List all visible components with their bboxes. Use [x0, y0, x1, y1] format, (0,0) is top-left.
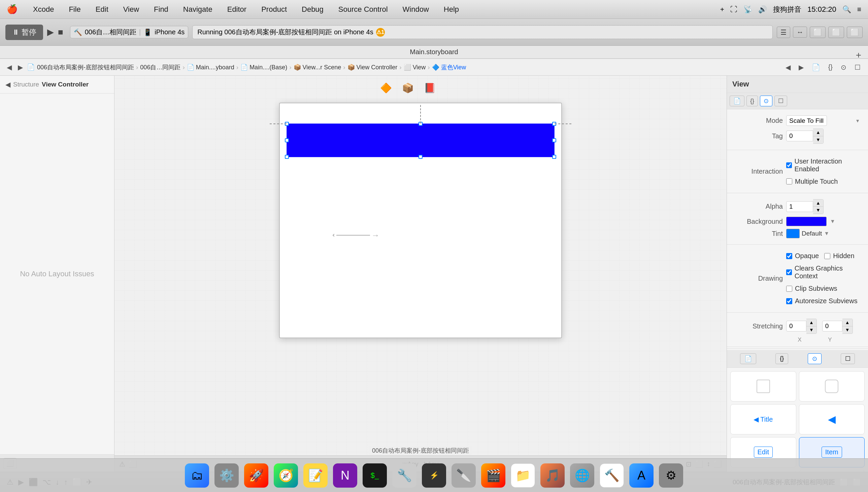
clip-subviews-row[interactable]: Clip Subviews [786, 285, 863, 292]
autoresize-subviews-checkbox[interactable] [786, 298, 792, 304]
fullscreen-icon[interactable]: ⛶ [730, 5, 738, 14]
dock-onenote[interactable]: N [333, 463, 357, 488]
handle-middle-left[interactable] [285, 138, 289, 142]
breadcrumb-storyboard[interactable]: 📄 Main....yboard [187, 64, 234, 71]
back-structure-button[interactable]: ◀ [5, 80, 10, 89]
handle-bottom-right[interactable] [552, 155, 556, 159]
breadcrumb-blue-view[interactable]: 🔷 蓝色View [432, 63, 466, 71]
pause-button[interactable]: ⏸ 暂停 [5, 25, 43, 40]
navigator-toggle[interactable]: ⬜ [810, 27, 825, 38]
blue-view[interactable] [287, 123, 555, 157]
user-interaction-row[interactable]: User Interaction Enabled [786, 157, 863, 173]
stretch-y-inc[interactable]: ▲ [842, 319, 852, 326]
dock-appstore[interactable]: A [629, 463, 653, 488]
dock-safari[interactable]: 🧭 [274, 463, 298, 488]
mode-select[interactable]: Scale To Fill Aspect Fit Aspect Fill [786, 116, 827, 126]
clears-graphics-checkbox[interactable] [786, 269, 792, 275]
stretch-x-inc[interactable]: ▲ [806, 319, 817, 326]
opaque-row[interactable]: Opaque [786, 252, 819, 260]
background-dropdown[interactable]: ▼ [830, 218, 835, 224]
breadcrumb-right-arrow[interactable]: ▶ [796, 63, 806, 72]
file-inspector-tab[interactable]: 📄 [730, 96, 744, 106]
add-tab-button[interactable]: + [856, 50, 861, 60]
autoresize-subviews-row[interactable]: Autoresize Subviews [786, 297, 863, 305]
search-icon[interactable]: 🔍 [842, 5, 851, 14]
obj-back-arrow[interactable]: ◀ [799, 404, 865, 435]
handle-bottom-center[interactable] [418, 155, 423, 159]
tag-decrement[interactable]: ▼ [813, 136, 823, 143]
stop-button[interactable]: ■ [58, 27, 63, 38]
obj-plain-view[interactable] [730, 371, 796, 401]
dock-system-prefs[interactable]: ⚙️ [215, 463, 239, 488]
breadcrumb-base[interactable]: 📄 Main....(Base) [240, 64, 287, 71]
stretch-x-dec[interactable]: ▼ [806, 326, 817, 334]
dock-filezilla[interactable]: 📁 [511, 463, 535, 488]
storyboard-canvas[interactable]: 🔶 📦 📕 ████ [115, 76, 727, 472]
breadcrumb-folder[interactable]: 006自…同间距 [140, 63, 180, 71]
menu-product[interactable]: Product [259, 4, 290, 15]
back-button[interactable]: ◀ [5, 63, 14, 72]
forward-button[interactable]: ▶ [16, 63, 25, 72]
editor-split-button[interactable]: ↔ [793, 27, 807, 38]
scheme-selector[interactable]: 🔨 006自…相同间距 | 📱 iPhone 4s [70, 26, 189, 39]
breadcrumb-scene[interactable]: 📦 View...r Scene [294, 64, 341, 71]
dock-tools[interactable]: 🔧 [392, 463, 416, 488]
hidden-checkbox[interactable] [824, 253, 830, 259]
alpha-decrement[interactable]: ▼ [813, 206, 823, 214]
handle-middle-right[interactable] [552, 138, 556, 142]
dock-launchpad[interactable]: 🚀 [244, 463, 268, 488]
obj-back-title[interactable]: ◀ Title [730, 404, 796, 435]
menu-source-control[interactable]: Source Control [336, 4, 391, 15]
dock-notes[interactable]: 📝 [304, 463, 328, 488]
menu-editor[interactable]: Editor [224, 4, 249, 15]
volume-icon[interactable]: 🔊 [758, 5, 767, 14]
dock-xcode-store[interactable]: 🔨 [600, 463, 624, 488]
run-button[interactable]: ▶ [47, 27, 54, 38]
editor-standard-button[interactable]: ☰ [777, 27, 790, 38]
menu-debug[interactable]: Debug [299, 4, 326, 15]
menu-xcode[interactable]: Xcode [30, 4, 56, 15]
menu-edit[interactable]: Edit [93, 4, 111, 15]
apple-menu-icon[interactable]: 🍎 [7, 4, 18, 15]
clears-graphics-row[interactable]: Clears Graphics Context [786, 265, 863, 280]
plus-icon[interactable]: + [720, 5, 724, 14]
json-inspector-btn[interactable]: {} [775, 353, 788, 364]
tag-increment[interactable]: ▲ [813, 129, 823, 136]
list-icon[interactable]: ≡ [857, 5, 861, 14]
debug-toggle[interactable]: ⬜ [828, 27, 844, 38]
opaque-checkbox[interactable] [786, 253, 792, 259]
breadcrumb-project[interactable]: 006自动布局案例-底部按钮相同间距 [37, 63, 134, 71]
tint-color-swatch[interactable] [786, 229, 800, 238]
alpha-increment[interactable]: ▲ [813, 200, 823, 207]
dock-photo[interactable]: 🎬 [481, 463, 505, 488]
obj-rounded-view[interactable] [799, 371, 865, 401]
quick-help-btn[interactable]: {} [825, 63, 835, 72]
breadcrumb-viewcontroller[interactable]: 📦 View Controller [347, 64, 397, 71]
user-interaction-checkbox[interactable] [786, 162, 792, 168]
tag-input[interactable] [786, 130, 813, 141]
inspector-toggle[interactable]: ⬜ [847, 27, 863, 38]
multiple-touch-row[interactable]: Multiple Touch [786, 178, 863, 186]
clip-subviews-checkbox[interactable] [786, 286, 792, 292]
dock-system2[interactable]: ⚙ [659, 463, 683, 488]
dock-browser[interactable]: 🌐 [570, 463, 594, 488]
background-color-swatch[interactable] [786, 217, 826, 226]
dock-knife[interactable]: 🔪 [452, 463, 476, 488]
handle-bottom-left[interactable] [285, 155, 289, 159]
file-inspector-btn[interactable]: 📄 [809, 63, 823, 72]
breadcrumb-view[interactable]: ⬜ View [404, 64, 426, 71]
iphone-frame[interactable] [279, 103, 562, 338]
doc-inspector-btn[interactable]: 📄 [740, 353, 756, 364]
quick-help-tab[interactable]: {} [746, 96, 758, 106]
dock-instruments[interactable]: ⚡ [422, 463, 446, 488]
menu-find[interactable]: Find [151, 4, 171, 15]
stretch-x-input[interactable] [786, 321, 806, 331]
identity-inspector-btn[interactable]: ⊙ [838, 63, 849, 72]
menu-navigate[interactable]: Navigate [180, 4, 215, 15]
attributes-tab[interactable]: ☐ [774, 96, 787, 106]
breadcrumb-left-arrow[interactable]: ◀ [783, 63, 793, 72]
alpha-input[interactable] [786, 201, 813, 212]
circle-inspector-btn[interactable]: ⊙ [808, 353, 822, 364]
dock-finder[interactable]: 🗂 [185, 463, 209, 488]
attributes-inspector-btn[interactable]: ☐ [852, 63, 863, 72]
